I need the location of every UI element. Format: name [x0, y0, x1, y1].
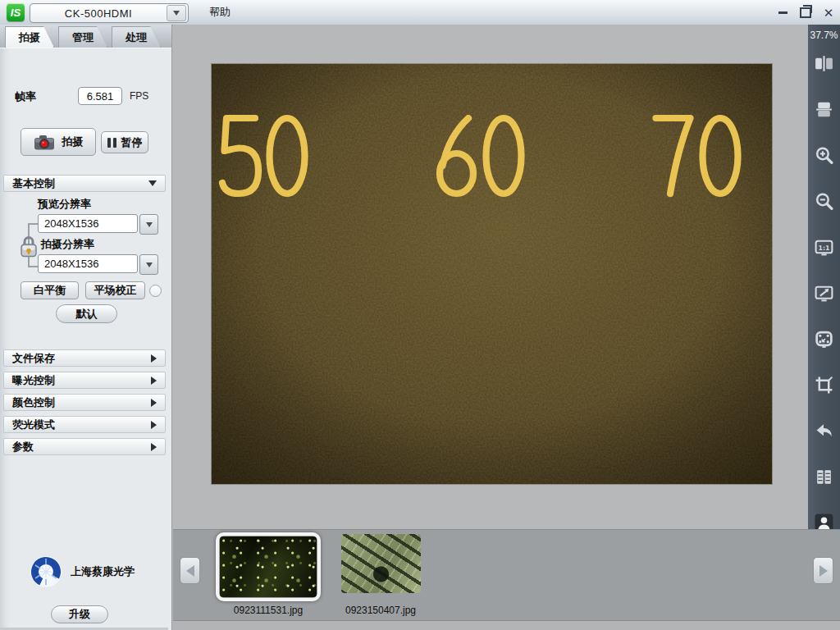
- expand-arrow-icon: [151, 443, 157, 451]
- framerate-unit: FPS: [130, 90, 148, 102]
- capture-resolution-label: 拍摄分辨率: [41, 237, 94, 252]
- basic-control-title: 基本控制: [12, 176, 55, 191]
- help-menu[interactable]: 帮助: [204, 0, 235, 25]
- viewer-toolbar: 37.7% 1:1: [808, 25, 840, 529]
- basic-control-header[interactable]: 基本控制: [3, 175, 166, 192]
- zoom-out-button[interactable]: [814, 190, 835, 212]
- device-selector-value: CK-500HDMI: [30, 7, 167, 20]
- pause-icon: [107, 138, 116, 148]
- chevron-down-icon: [146, 222, 153, 227]
- section-bar-2[interactable]: 颜色控制: [3, 394, 166, 411]
- section-label: 文件保存: [12, 351, 55, 366]
- expand-arrow-icon: [151, 421, 157, 429]
- app-logo-icon: IS: [7, 3, 25, 21]
- flip-vertical-button[interactable]: [814, 98, 835, 120]
- lock-icon: [20, 235, 38, 258]
- white-balance-button[interactable]: 白平衡: [21, 281, 79, 299]
- preview-canvas: [173, 25, 808, 529]
- arrow-left-icon: [186, 565, 194, 577]
- framerate-input[interactable]: [78, 87, 122, 105]
- expand-arrow-icon: [151, 377, 157, 385]
- thumbnail-filename: 0923111531.jpg: [216, 605, 321, 616]
- svg-text:1:1: 1:1: [819, 244, 830, 251]
- microscope-ruler-image: [212, 64, 772, 484]
- actual-size-1to1-icon: 1:1: [814, 237, 834, 258]
- pause-button[interactable]: 暂停: [101, 131, 148, 153]
- capture-resolution-value: 2048X1536: [38, 254, 138, 273]
- control-sidebar: 拍摄 管理 处理 帧率 FPS 拍摄: [0, 25, 172, 630]
- fullscreen-button[interactable]: [814, 328, 835, 349]
- flip-vertical-icon: [814, 99, 834, 120]
- filmstrip: 0923111531.jpg0923150407.jpg: [173, 529, 840, 630]
- section-bar-0[interactable]: 文件保存: [3, 349, 166, 367]
- section-label: 参数: [12, 440, 34, 454]
- filmstrip-scroll-right-button[interactable]: [813, 557, 833, 584]
- brand-name: 上海蔡康光学: [71, 564, 135, 579]
- thumbnail-browser-button[interactable]: [814, 466, 835, 487]
- crop-button[interactable]: [814, 374, 835, 395]
- zoom-in-button[interactable]: [814, 144, 835, 166]
- fullscreen-icon: [814, 329, 834, 349]
- section-label: 曝光控制: [12, 373, 55, 388]
- undo-icon: [814, 421, 834, 441]
- framerate-label: 帧率: [15, 89, 36, 104]
- device-selector-dropdown[interactable]: CK-500HDMI: [30, 3, 189, 23]
- expand-arrow-icon: [151, 354, 157, 363]
- collapsed-section-list: 文件保存曝光控制颜色控制荧光模式参数: [3, 349, 166, 455]
- flat-field-correction-button[interactable]: 平场校正: [85, 281, 145, 299]
- undo-button[interactable]: [814, 420, 835, 441]
- flat-field-correction-checkbox[interactable]: [149, 285, 162, 297]
- actual-size-1to1-button[interactable]: 1:1: [814, 236, 835, 258]
- filmstrip-scroll-left-button[interactable]: [180, 557, 200, 584]
- close-button[interactable]: ✕: [822, 6, 835, 19]
- section-label: 颜色控制: [12, 395, 55, 410]
- camera-icon: [34, 134, 56, 151]
- preview-resolution-dropdown[interactable]: 2048X1536: [38, 214, 158, 233]
- capture-button[interactable]: 拍摄: [21, 128, 96, 156]
- flip-horizontal-icon: [814, 53, 834, 74]
- thumbnail-image[interactable]: [341, 534, 421, 593]
- capture-panel: 帧率 FPS 拍摄 暂停 基本控制: [0, 48, 168, 630]
- tab-manage[interactable]: 管理: [58, 26, 107, 48]
- zoom-in-icon: [814, 145, 834, 166]
- framerate-row: 帧率 FPS: [0, 87, 168, 105]
- thumbnail-item-0[interactable]: 0923111531.jpg: [216, 532, 321, 601]
- restore-button[interactable]: [799, 6, 812, 19]
- sidebar-tabbar: 拍摄 管理 处理: [0, 25, 171, 48]
- minimize-button[interactable]: [776, 6, 789, 19]
- capture-button-label: 拍摄: [62, 135, 84, 149]
- app-logo-text: IS: [11, 7, 21, 19]
- flip-horizontal-button[interactable]: [814, 52, 835, 74]
- thumbnail-item-1[interactable]: 0923150407.jpg: [340, 532, 422, 595]
- minimize-icon: [778, 11, 788, 14]
- crop-icon: [814, 375, 834, 395]
- application-window: IS CK-500HDMI 帮助 ✕ 拍摄 管理 处理 帧率 FPS: [0, 0, 840, 630]
- section-bar-1[interactable]: 曝光控制: [3, 372, 166, 389]
- collapse-arrow-icon: [148, 180, 157, 186]
- thumbnail-filename: 0923150407.jpg: [340, 605, 422, 616]
- thumbnail-image[interactable]: [220, 536, 317, 597]
- zoom-out-icon: [814, 191, 834, 212]
- zoom-level-label: 37.7%: [810, 30, 838, 41]
- default-button[interactable]: 默认: [56, 304, 117, 323]
- upgrade-button[interactable]: 升级: [51, 605, 108, 623]
- device-selector-arrow-button[interactable]: [167, 5, 186, 21]
- section-bar-3[interactable]: 荧光模式: [3, 416, 166, 433]
- section-bar-4[interactable]: 参数: [3, 438, 166, 455]
- pause-button-label: 暂停: [121, 135, 143, 150]
- fit-to-window-button[interactable]: [814, 282, 835, 304]
- filmstrip-strip: 0923111531.jpg0923150407.jpg: [173, 529, 840, 621]
- resolution-lock-button[interactable]: [20, 235, 38, 258]
- preview-resolution-value: 2048X1536: [38, 214, 138, 233]
- arrow-right-icon: [819, 565, 828, 577]
- capture-resolution-arrow-button[interactable]: [139, 254, 158, 275]
- thumbnail-browser-icon: [814, 467, 834, 487]
- tab-capture[interactable]: 拍摄: [5, 26, 54, 48]
- live-preview-image[interactable]: [212, 64, 772, 484]
- expand-arrow-icon: [151, 399, 157, 407]
- restore-icon: [800, 7, 811, 18]
- capture-resolution-dropdown[interactable]: 2048X1536: [38, 254, 158, 273]
- title-bar: IS CK-500HDMI 帮助 ✕: [0, 0, 840, 25]
- preview-resolution-arrow-button[interactable]: [139, 214, 158, 235]
- tab-process[interactable]: 处理: [112, 26, 161, 48]
